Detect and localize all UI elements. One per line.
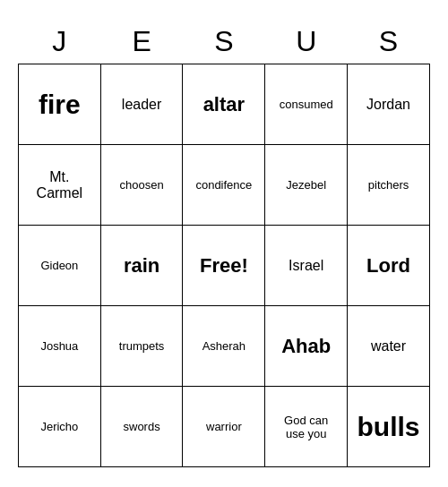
cell-3-3: Ahab [265, 306, 348, 387]
table-row-0: fireleaderaltarconsumedJordan [19, 64, 430, 145]
table-row-1: Mt.CarmelchoosencondifenceJezebelpitcher… [19, 145, 430, 226]
cell-1-2: condifence [183, 145, 265, 226]
cell-0-3: consumed [265, 64, 348, 145]
cell-4-2: warrior [183, 387, 265, 467]
cell-1-1: choosen [100, 145, 183, 226]
table-row-3: JoshuatrumpetsAsherahAhabwater [19, 306, 430, 387]
cell-0-0: fire [19, 64, 101, 145]
table-row-2: GideonrainFree!IsraelLord [19, 226, 430, 306]
cell-2-4: Lord [348, 226, 430, 306]
cell-2-1: rain [100, 226, 183, 306]
cell-4-1: swords [100, 387, 183, 467]
cell-1-3: Jezebel [265, 145, 348, 226]
header-col-E-1: E [100, 20, 183, 64]
cell-2-0: Gideon [19, 226, 101, 306]
cell-4-4: bulls [348, 387, 430, 467]
cell-0-1: leader [100, 64, 183, 145]
header-col-J-0: J [19, 20, 101, 64]
header-col-S-4: S [348, 20, 430, 64]
cell-1-0: Mt.Carmel [19, 145, 101, 226]
cell-3-0: Joshua [19, 306, 101, 387]
table-row-4: JerichoswordswarriorGod canuse youbulls [19, 387, 430, 467]
cell-2-3: Israel [265, 226, 348, 306]
bingo-card: JESUS fireleaderaltarconsumedJordanMt.Ca… [18, 20, 430, 467]
cell-4-3: God canuse you [265, 387, 348, 467]
header-col-U-3: U [265, 20, 348, 64]
cell-4-0: Jericho [19, 387, 101, 467]
header-col-S-2: S [183, 20, 265, 64]
cell-1-4: pitchers [348, 145, 430, 226]
cell-0-2: altar [183, 64, 265, 145]
cell-3-2: Asherah [183, 306, 265, 387]
cell-0-4: Jordan [348, 64, 430, 145]
cell-3-1: trumpets [100, 306, 183, 387]
cell-2-2: Free! [183, 226, 265, 306]
cell-3-4: water [348, 306, 430, 387]
